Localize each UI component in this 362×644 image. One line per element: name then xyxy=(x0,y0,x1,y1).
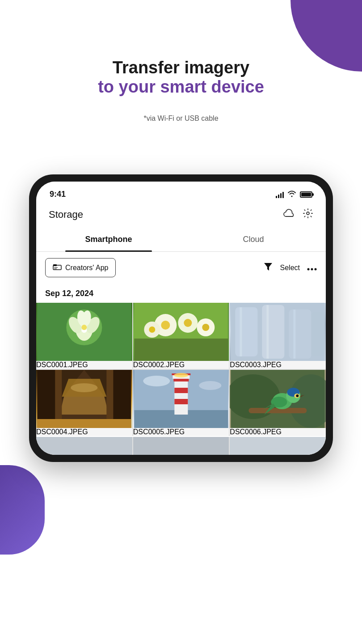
filename-2: DSC0002.JPEG xyxy=(133,361,229,369)
svg-rect-31 xyxy=(240,307,242,356)
svg-point-42 xyxy=(71,383,97,392)
svg-rect-58 xyxy=(249,408,307,413)
filename-3: DSC0003.JPEG xyxy=(230,361,326,369)
folder-icon xyxy=(53,263,62,272)
svg-rect-5 xyxy=(54,268,57,269)
svg-point-22 xyxy=(161,321,170,330)
svg-rect-32 xyxy=(262,305,285,359)
photo-image-2 xyxy=(133,303,229,361)
filename-6: DSC0006.JPEG xyxy=(230,428,326,436)
app-selector-button[interactable]: Creators' App xyxy=(45,258,116,277)
svg-marker-6 xyxy=(264,263,272,271)
signal-bars-icon xyxy=(276,191,284,198)
photo-partial-3 xyxy=(230,437,326,455)
photo-cell-2[interactable]: DSC0002.JPEG xyxy=(133,303,229,369)
photo-cell-partial-3[interactable] xyxy=(230,437,326,455)
svg-rect-3 xyxy=(54,266,56,267)
svg-rect-46 xyxy=(174,379,188,415)
svg-point-7 xyxy=(307,268,310,271)
photo-partial-2 xyxy=(133,437,229,455)
svg-rect-34 xyxy=(289,309,311,359)
svg-point-9 xyxy=(315,268,317,271)
battery-icon xyxy=(300,191,312,198)
svg-point-24 xyxy=(184,319,192,327)
status-icons xyxy=(276,190,312,199)
photo-partial-1 xyxy=(36,437,132,455)
svg-rect-33 xyxy=(267,305,269,359)
tab-cloud[interactable]: Cloud xyxy=(181,228,326,251)
filename-4: DSC0004.JPEG xyxy=(36,428,132,436)
svg-point-26 xyxy=(202,324,209,331)
date-section: Sep 12, 2024 xyxy=(36,284,326,303)
app-title: Storage xyxy=(49,209,83,220)
svg-point-63 xyxy=(296,394,299,397)
toolbar: Creators' App Select xyxy=(36,252,326,284)
svg-point-8 xyxy=(311,268,313,271)
wifi-icon xyxy=(287,190,296,199)
photo-grid: DSC0001.JPEG xyxy=(36,303,326,436)
svg-rect-41 xyxy=(37,419,131,428)
status-time: 9:41 xyxy=(50,190,66,199)
cloud-icon[interactable] xyxy=(283,209,295,220)
battery-fill xyxy=(301,193,311,196)
photo-image-6 xyxy=(230,370,326,428)
signal-bar-2 xyxy=(278,195,279,198)
signal-bar-4 xyxy=(282,192,284,198)
phone-screen: 9:41 xyxy=(36,182,326,455)
subtitle: *via Wi-Fi or USB cable xyxy=(0,114,362,123)
svg-rect-50 xyxy=(174,388,188,393)
svg-rect-35 xyxy=(294,309,296,359)
status-bar: 9:41 xyxy=(36,182,326,203)
svg-rect-2 xyxy=(53,264,57,266)
svg-point-0 xyxy=(307,212,309,215)
photo-grid-partial xyxy=(36,437,326,455)
photo-cell-partial-2[interactable] xyxy=(133,437,229,455)
select-label[interactable]: Select xyxy=(280,264,300,272)
app-selector-label: Creators' App xyxy=(65,264,108,272)
title-line1: Transfer imagery xyxy=(0,58,362,77)
tab-smartphone[interactable]: Smartphone xyxy=(36,228,181,251)
photo-image-3 xyxy=(230,303,326,361)
header-section: Transfer imagery to your smart device *v… xyxy=(0,0,362,140)
svg-point-54 xyxy=(199,381,221,390)
photo-cell-1[interactable]: DSC0001.JPEG xyxy=(36,303,132,369)
app-header-icons xyxy=(283,208,313,221)
filter-icon[interactable] xyxy=(263,262,273,274)
photo-image-4 xyxy=(36,370,132,428)
tabs-bar: Smartphone Cloud xyxy=(36,228,326,252)
svg-rect-4 xyxy=(54,267,58,268)
filename-1: DSC0001.JPEG xyxy=(36,361,132,369)
svg-rect-30 xyxy=(236,307,258,356)
photo-image-5 xyxy=(133,370,229,428)
svg-rect-36 xyxy=(311,312,325,356)
svg-point-28 xyxy=(149,326,155,333)
photo-cell-partial-1[interactable] xyxy=(36,437,132,455)
phone-frame: 9:41 xyxy=(29,174,333,462)
toolbar-right: Select xyxy=(263,262,317,274)
gear-icon[interactable] xyxy=(303,208,313,221)
svg-rect-20 xyxy=(134,339,228,361)
date-label: Sep 12, 2024 xyxy=(45,289,93,298)
smartphone-mockup: 9:41 xyxy=(29,174,333,462)
signal-bar-3 xyxy=(280,193,282,198)
more-icon[interactable] xyxy=(307,263,317,273)
photo-cell-6[interactable]: DSC0006.JPEG xyxy=(230,370,326,436)
svg-rect-51 xyxy=(174,399,188,404)
svg-point-52 xyxy=(174,373,188,377)
photo-cell-5[interactable]: DSC0005.JPEG xyxy=(133,370,229,436)
filename-5: DSC0005.JPEG xyxy=(133,428,229,436)
svg-point-53 xyxy=(143,376,170,386)
corner-decoration-bottom-left xyxy=(0,465,45,555)
photo-cell-4[interactable]: DSC0004.JPEG xyxy=(36,370,132,436)
app-header: Storage xyxy=(36,203,326,228)
svg-point-18 xyxy=(81,325,87,330)
photo-cell-3[interactable]: DSC0003.JPEG xyxy=(230,303,326,369)
photo-image-1 xyxy=(36,303,132,361)
title-line2: to your smart device xyxy=(0,77,362,97)
signal-bar-1 xyxy=(276,196,277,198)
